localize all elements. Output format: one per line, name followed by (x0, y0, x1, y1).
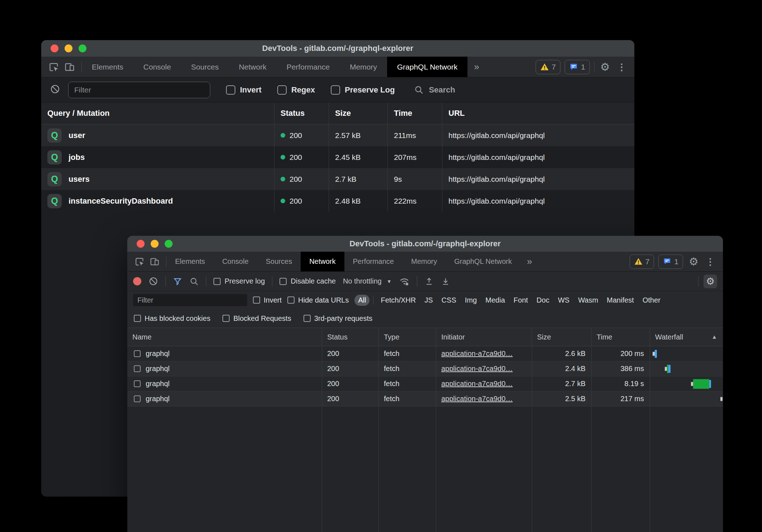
record-network-log-icon[interactable] (133, 277, 141, 285)
table-row[interactable]: Q jobs 200 2.45 kB 207ms https://gitlab.… (41, 146, 634, 168)
filter-chip-all[interactable]: All (354, 295, 370, 306)
column-header-status[interactable]: Status (322, 328, 378, 346)
table-row[interactable]: graphql 200 fetch application-a7ca9d0… 2… (127, 361, 723, 376)
tab-network[interactable]: Network (229, 57, 277, 77)
close-button[interactable] (51, 44, 58, 52)
invert-checkbox[interactable] (226, 85, 235, 95)
tab-graphql-network[interactable]: GraphQL Network (387, 57, 467, 77)
filter-input[interactable] (68, 82, 210, 98)
export-har-icon[interactable] (441, 277, 450, 286)
tab-memory[interactable]: Memory (403, 252, 446, 271)
tab-console[interactable]: Console (213, 252, 257, 271)
initiator-link[interactable]: application-a7ca9d0… (441, 395, 513, 403)
filter-chip-img[interactable]: Img (461, 295, 480, 306)
clear-icon[interactable] (149, 276, 158, 286)
tab-performance[interactable]: Performance (277, 57, 340, 77)
column-header-status[interactable]: Status (274, 103, 329, 124)
filter-input[interactable] (133, 294, 247, 306)
device-toolbar-icon[interactable] (64, 62, 75, 72)
device-toolbar-icon[interactable] (150, 257, 160, 267)
filter-chip-ws[interactable]: WS (554, 295, 573, 306)
preserve-log-checkbox[interactable] (213, 278, 221, 285)
table-row[interactable]: Q instanceSecurityDashboard 200 2.48 kB … (41, 190, 634, 212)
kebab-menu-icon[interactable]: ⋮ (616, 62, 628, 72)
filter-chip-wasm[interactable]: Wasm (574, 295, 602, 306)
filter-chip-fetch-xhr[interactable]: Fetch/XHR (377, 295, 419, 306)
tab-memory[interactable]: Memory (340, 57, 387, 77)
invert-checkbox[interactable] (253, 296, 260, 304)
zoom-button[interactable] (79, 44, 86, 52)
warnings-badge[interactable]: 7 (630, 255, 654, 269)
network-conditions-icon[interactable] (399, 276, 410, 287)
search-icon[interactable] (189, 277, 199, 286)
issues-badge[interactable]: 1 (565, 60, 590, 74)
close-button[interactable] (137, 240, 145, 248)
inspect-element-icon[interactable] (48, 62, 59, 72)
hide-data-urls-checkbox[interactable] (287, 296, 295, 304)
table-row[interactable]: Q users 200 2.7 kB 9s https://gitlab.com… (41, 168, 634, 190)
tab-elements[interactable]: Elements (82, 57, 133, 77)
titlebar[interactable]: DevTools - gitlab.com/-/graphql-explorer (41, 40, 634, 57)
minimize-button[interactable] (151, 240, 159, 248)
column-header-time[interactable]: Time (591, 328, 650, 346)
row-checkbox[interactable] (134, 350, 141, 357)
initiator-link[interactable]: application-a7ca9d0… (441, 350, 513, 358)
settings-gear-icon[interactable]: ⚙ (687, 256, 700, 267)
table-row[interactable]: graphql 200 fetch application-a7ca9d0… 2… (127, 346, 723, 361)
filter-chip-media[interactable]: Media (482, 295, 508, 306)
column-header-waterfall[interactable]: Waterfall ▲ (650, 328, 723, 346)
tab-graphql-network[interactable]: GraphQL Network (446, 252, 520, 271)
preserve-log-checkbox[interactable] (331, 85, 340, 95)
table-row[interactable]: Q user 200 2.57 kB 211ms https://gitlab.… (41, 124, 634, 146)
zoom-button[interactable] (165, 240, 173, 248)
tab-console[interactable]: Console (133, 57, 181, 77)
column-header-name[interactable]: Name (127, 328, 322, 346)
table-row[interactable]: graphql 200 fetch application-a7ca9d0… 2… (127, 376, 723, 391)
warnings-badge[interactable]: 7 (536, 60, 561, 74)
column-header-url[interactable]: URL (442, 103, 634, 124)
tab-performance[interactable]: Performance (344, 252, 403, 271)
search-icon (414, 85, 424, 95)
column-header-query-mutation[interactable]: Query / Mutation (41, 103, 274, 124)
tab-sources[interactable]: Sources (257, 252, 301, 271)
column-header-size[interactable]: Size (532, 328, 591, 346)
kebab-menu-icon[interactable]: ⋮ (704, 257, 716, 266)
column-header-type[interactable]: Type (378, 328, 436, 346)
import-har-icon[interactable] (424, 277, 434, 286)
filter-chip-manifest[interactable]: Manifest (603, 295, 638, 306)
inspect-element-icon[interactable] (135, 257, 145, 267)
network-settings-gear-icon[interactable]: ⚙ (704, 275, 717, 288)
minimize-button[interactable] (65, 44, 72, 52)
has-blocked-cookies-checkbox[interactable] (134, 315, 141, 322)
row-checkbox[interactable] (134, 365, 141, 372)
initiator-link[interactable]: application-a7ca9d0… (441, 380, 513, 388)
search-button[interactable]: Search (414, 85, 455, 95)
issues-badge[interactable]: 1 (658, 255, 683, 269)
column-header-size[interactable]: Size (329, 103, 387, 124)
tab-elements[interactable]: Elements (166, 252, 213, 271)
initiator-link[interactable]: application-a7ca9d0… (441, 365, 513, 373)
filter-chip-font[interactable]: Font (510, 295, 532, 306)
row-checkbox[interactable] (134, 395, 141, 402)
third-party-requests-checkbox[interactable] (304, 315, 311, 322)
filter-funnel-icon[interactable] (173, 277, 182, 286)
row-checkbox[interactable] (134, 380, 141, 387)
more-tabs-icon[interactable]: » (467, 57, 485, 77)
disable-cache-checkbox[interactable] (279, 278, 287, 285)
settings-gear-icon[interactable]: ⚙ (599, 62, 611, 72)
filter-chip-doc[interactable]: Doc (533, 295, 553, 306)
clear-icon[interactable] (50, 84, 60, 96)
throttling-dropdown[interactable]: No throttling ▼ (343, 277, 392, 285)
filter-chip-js[interactable]: JS (421, 295, 436, 306)
titlebar[interactable]: DevTools - gitlab.com/-/graphql-explorer (127, 236, 723, 252)
blocked-requests-checkbox[interactable] (222, 315, 230, 322)
column-header-time[interactable]: Time (387, 103, 442, 124)
regex-checkbox[interactable] (277, 85, 287, 95)
tab-sources[interactable]: Sources (181, 57, 229, 77)
more-tabs-icon[interactable]: » (521, 252, 538, 271)
filter-chip-other[interactable]: Other (639, 295, 664, 306)
table-row[interactable]: graphql 200 fetch application-a7ca9d0… 2… (127, 391, 723, 407)
tab-network[interactable]: Network (301, 252, 344, 271)
column-header-initiator[interactable]: Initiator (436, 328, 532, 346)
filter-chip-css[interactable]: CSS (438, 295, 460, 306)
